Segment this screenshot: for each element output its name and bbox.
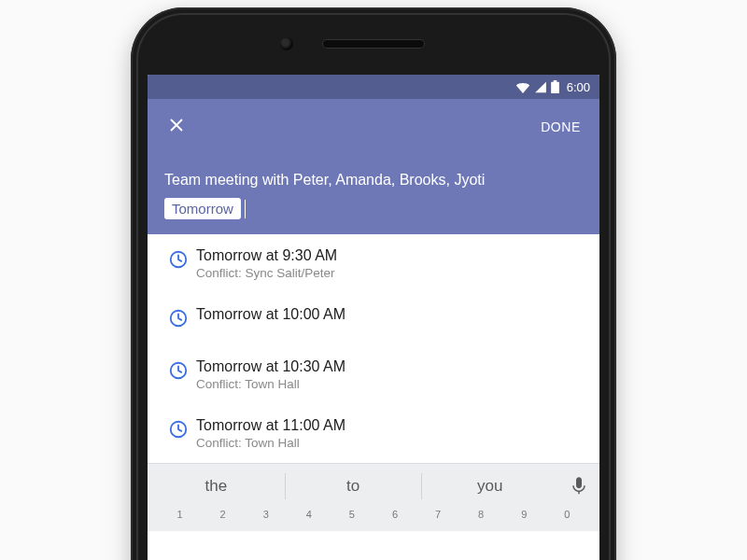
keyboard-key[interactable]: 0 xyxy=(548,509,586,520)
time-suggestion-row[interactable]: Tomorrow at 10:00 AM xyxy=(148,293,599,345)
status-clock: 6:00 xyxy=(567,80,590,94)
time-chip[interactable]: Tomorrow xyxy=(164,198,241,219)
suggestion-time: Tomorrow at 10:00 AM xyxy=(196,306,585,323)
keyboard-suggestion[interactable]: to xyxy=(285,464,422,509)
clock-icon xyxy=(168,249,189,273)
keyboard-key[interactable]: 2 xyxy=(204,509,242,520)
time-input[interactable]: Tomorrow xyxy=(164,198,583,219)
done-button[interactable]: DONE xyxy=(539,114,583,140)
event-title: Team meeting with Peter, Amanda, Brooks,… xyxy=(164,172,583,189)
phone-camera xyxy=(280,37,293,50)
suggestion-conflict: Conflict: Sync Salit/Peter xyxy=(196,266,585,280)
keyboard-key[interactable]: 8 xyxy=(462,509,500,520)
time-suggestion-row[interactable]: Tomorrow at 11:00 AM Conflict: Town Hall xyxy=(148,404,599,463)
event-header: DONE Team meeting with Peter, Amanda, Br… xyxy=(148,99,599,234)
phone-speaker xyxy=(322,39,425,49)
mic-icon[interactable] xyxy=(558,464,599,509)
keyboard-key[interactable]: 3 xyxy=(247,509,285,520)
keyboard-key[interactable]: 4 xyxy=(289,509,328,520)
keyboard-key[interactable]: 6 xyxy=(375,509,414,520)
suggestion-time: Tomorrow at 11:00 AM xyxy=(196,417,585,434)
screen: 6:00 DONE Team meeting with Peter, Amand… xyxy=(148,75,599,560)
keyboard-key[interactable]: 7 xyxy=(419,509,458,520)
suggestion-conflict: Conflict: Town Hall xyxy=(196,377,585,391)
keyboard-suggestion[interactable]: you xyxy=(421,464,558,509)
keyboard-suggestion[interactable]: the xyxy=(148,464,285,509)
cell-signal-icon xyxy=(534,81,547,93)
text-caret xyxy=(245,200,246,218)
status-bar: 6:00 xyxy=(148,75,599,99)
clock-icon xyxy=(168,308,189,332)
keyboard-key[interactable]: 1 xyxy=(161,509,199,520)
clock-icon xyxy=(168,360,189,385)
keyboard-key[interactable]: 9 xyxy=(505,509,543,520)
wifi-icon xyxy=(515,81,530,93)
suggestion-time: Tomorrow at 9:30 AM xyxy=(196,247,585,264)
suggestion-time: Tomorrow at 10:30 AM xyxy=(196,358,585,375)
time-suggestion-row[interactable]: Tomorrow at 9:30 AM Conflict: Sync Salit… xyxy=(148,234,599,293)
close-icon[interactable] xyxy=(164,113,189,141)
keyboard-key[interactable]: 5 xyxy=(332,509,371,520)
keyboard-number-row[interactable]: 1 2 3 4 5 6 7 8 9 0 xyxy=(148,509,599,531)
time-suggestion-row[interactable]: Tomorrow at 10:30 AM Conflict: Town Hall xyxy=(148,345,599,404)
keyboard-suggestion-bar: the to you xyxy=(148,463,599,509)
battery-icon xyxy=(551,80,559,93)
clock-icon xyxy=(168,419,189,443)
phone-frame: 6:00 DONE Team meeting with Peter, Amand… xyxy=(131,7,616,560)
suggestion-conflict: Conflict: Town Hall xyxy=(196,436,585,450)
time-suggestion-list: Tomorrow at 9:30 AM Conflict: Sync Salit… xyxy=(148,234,599,463)
